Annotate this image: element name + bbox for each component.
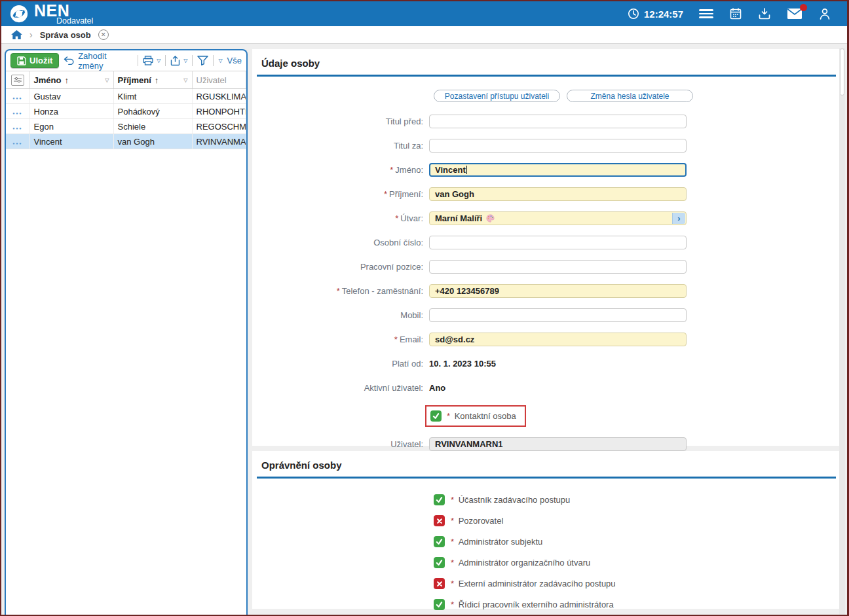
permission-item[interactable]: * Administrátor subjektu (434, 536, 840, 547)
row-menu-icon[interactable]: ●●● (12, 111, 22, 115)
row-menu-cell[interactable]: ●●● (6, 119, 29, 134)
view-all-button[interactable]: Vše (227, 56, 242, 65)
permission-item[interactable]: * Účastník zadávacího postupu (434, 494, 840, 505)
permission-item[interactable]: * Pozorovatel (434, 515, 840, 526)
table-row[interactable]: ●●●Vincentvan GoghRVINVANMARN (6, 134, 246, 149)
home-icon[interactable] (11, 30, 22, 40)
field-input-pracovni-pozice[interactable] (429, 260, 687, 274)
scrollbar-thumb[interactable] (840, 48, 844, 96)
field-value-uzivatel: RVINVANMARN1 (435, 439, 503, 449)
breadcrumb-chevron-icon: › (29, 29, 33, 40)
permission-item[interactable]: * Externí administrátor zadávacího postu… (434, 578, 840, 589)
vertical-scrollbar[interactable] (839, 48, 845, 615)
field-input-utvar[interactable]: Marní Malíři› (429, 211, 687, 225)
field-value-plati-od: 10. 1. 2023 10:55 (429, 359, 496, 369)
open-detail-button[interactable]: › (672, 213, 685, 224)
clock-icon (628, 8, 639, 20)
user-profile-icon[interactable] (818, 7, 831, 20)
permission-item[interactable]: * Administrátor organizačního útvaru (434, 557, 840, 568)
cell-jmeno: Gustav (29, 89, 113, 104)
field-input-uzivatel: RVINVANMARN1 (429, 437, 687, 451)
column-filter-icon[interactable]: ▽ (105, 77, 109, 83)
checkbox-label-kontaktni-osoba: * Kontaktní osoba (447, 411, 516, 421)
toolbar-separator (138, 55, 138, 66)
field-input-mobil[interactable] (429, 308, 687, 322)
required-star: * (451, 579, 457, 589)
checked-checkbox-icon[interactable] (434, 536, 445, 547)
undo-icon (64, 56, 75, 65)
field-row-mobil: Mobil: (252, 308, 840, 322)
checked-checkbox-icon[interactable] (434, 494, 445, 505)
checkbox-field-kontaktni-osoba[interactable]: * Kontaktní osoba (425, 405, 526, 427)
field-input-titul-za[interactable] (429, 139, 687, 153)
checked-checkbox-icon[interactable] (430, 410, 442, 422)
save-button[interactable]: Uložit (10, 53, 59, 68)
row-menu-icon[interactable]: ●●● (12, 141, 22, 145)
table-row[interactable]: ●●●GustavKlimtRGUSKLIMARN (6, 89, 246, 104)
field-row-uzivatel: Uživatel:RVINVANMARN1 (252, 437, 840, 451)
field-row-prijmeni: *Příjmení:van Gogh (252, 187, 840, 201)
permission-label: * Administrátor subjektu (451, 537, 542, 547)
field-input-titul-pred[interactable] (429, 115, 687, 128)
field-value-aktivni-uzivatel: Ano (429, 383, 445, 393)
field-input-prijmeni[interactable]: van Gogh (429, 187, 687, 201)
field-input-osobni-cislo[interactable] (429, 236, 687, 249)
field-input-email[interactable]: sd@sd.cz (429, 333, 687, 346)
row-menu-cell[interactable]: ●●● (6, 134, 29, 149)
filter-icon[interactable] (197, 56, 208, 65)
suspend-access-button[interactable]: Pozastavení přístupu uživateli (434, 90, 560, 102)
column-settings-button[interactable] (11, 75, 24, 86)
app-window: NEN Dodavatel 12:24:57 › Správa osob ✕ (0, 0, 849, 616)
messages-button[interactable] (787, 8, 802, 20)
cell-prijmeni: Klimt (113, 89, 192, 104)
close-tab-icon[interactable]: ✕ (98, 29, 109, 40)
brand-subtitle: Dodavatel (56, 17, 93, 26)
permission-item[interactable]: * Řídicí pracovník externího administrát… (434, 599, 840, 610)
person-form: Titul před:Titul za:*Jméno:Vincent*Příjm… (252, 115, 840, 451)
export-dropdown-icon[interactable]: ▽ (183, 58, 187, 63)
toolbar-separator (192, 55, 193, 66)
permission-label: * Pozorovatel (451, 516, 503, 526)
row-menu-icon[interactable]: ●●● (12, 126, 22, 130)
row-menu-cell[interactable]: ●●● (6, 104, 29, 119)
field-label-uzivatel: Uživatel: (252, 439, 429, 449)
required-star: * (451, 495, 457, 505)
checked-checkbox-icon[interactable] (434, 599, 445, 610)
unchecked-checkbox-icon[interactable] (434, 515, 445, 526)
breadcrumb-page-title: Správa osob (40, 30, 91, 40)
print-button[interactable]: ▽ (143, 56, 160, 65)
field-row-plati-od: Platí od:10. 1. 2023 10:55 (252, 357, 840, 371)
field-label-osobni-cislo: Osobní číslo: (252, 238, 429, 247)
row-menu-icon[interactable]: ●●● (12, 96, 22, 100)
column-header-prijmeni[interactable]: Příjmení↑ ▽ (113, 71, 192, 89)
calendar-icon[interactable] (729, 7, 742, 20)
field-row-utvar: *Útvar:Marní Malíři› (252, 211, 840, 225)
download-tray-icon[interactable] (758, 7, 771, 20)
change-password-button[interactable]: Změna hesla uživatele (567, 90, 693, 102)
field-label-titul-za: Titul za: (252, 141, 429, 151)
export-button[interactable]: ▽ (170, 56, 187, 66)
field-row-kontaktni-osoba: * Kontaktní osoba (252, 405, 840, 427)
table-row[interactable]: ●●●HonzaPohádkovýRHONPOHTES (6, 104, 246, 119)
field-row-jmeno: *Jméno:Vincent (252, 163, 840, 177)
column-header-jmeno[interactable]: Jméno↑ ▽ (29, 71, 113, 89)
person-details-card: Údaje osoby Pozastavení přístupu uživate… (252, 49, 840, 446)
discard-changes-button[interactable]: Zahodit změny (64, 51, 133, 71)
table-row[interactable]: ●●●EgonSchieleREGOSCHMAR (6, 119, 246, 134)
unchecked-checkbox-icon[interactable] (434, 578, 445, 589)
save-icon (17, 56, 26, 65)
print-dropdown-icon[interactable]: ▽ (157, 58, 160, 63)
required-star: * (451, 537, 457, 547)
field-input-jmeno[interactable]: Vincent (429, 163, 687, 177)
field-row-titul-pred: Titul před: (252, 115, 840, 128)
checked-checkbox-icon[interactable] (434, 557, 445, 568)
row-menu-cell[interactable]: ●●● (6, 89, 29, 104)
column-header-uzivatel[interactable]: Uživatel (192, 71, 246, 89)
field-value-telefon-zamestnani: +420 123456789 (435, 286, 499, 296)
text-cursor (466, 166, 468, 174)
required-star: * (384, 189, 387, 199)
column-filter-icon[interactable]: ▽ (183, 77, 187, 83)
menu-icon[interactable] (699, 7, 713, 20)
view-dropdown-icon[interactable]: ▽ (218, 58, 222, 63)
field-input-telefon-zamestnani[interactable]: +420 123456789 (429, 284, 687, 298)
